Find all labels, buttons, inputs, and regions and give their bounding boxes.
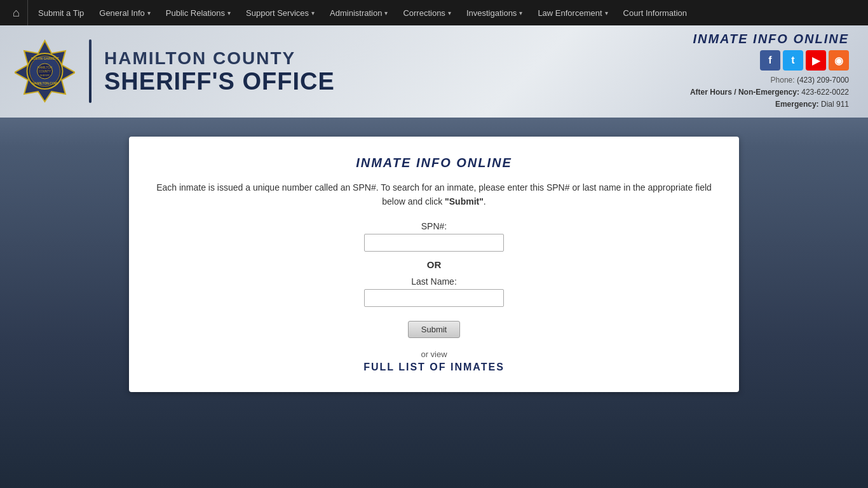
twitter-icon[interactable]: t xyxy=(783,50,803,71)
after-hours-line: After Hours / Non-Emergency: 423-622-002… xyxy=(690,86,849,98)
or-view-text: or view xyxy=(154,349,714,359)
svg-text:HAMILTON: HAMILTON xyxy=(37,66,52,69)
inmate-search-card: Inmate Info Online Each inmate is issued… xyxy=(129,137,739,393)
nav-court-information[interactable]: Court Information xyxy=(616,0,695,25)
or-divider: OR xyxy=(154,259,714,270)
chevron-down-icon: ▾ xyxy=(605,10,608,17)
chevron-down-icon: ▾ xyxy=(311,10,315,17)
rss-icon[interactable]: ◉ xyxy=(829,50,849,71)
svg-text:SHERIFF: SHERIFF xyxy=(40,74,50,77)
contact-info: Phone: (423) 209-7000 After Hours / Non-… xyxy=(690,74,849,111)
last-name-input[interactable] xyxy=(364,289,504,307)
nav-public-relations[interactable]: Public Relations ▾ xyxy=(158,0,238,25)
spn-input[interactable] xyxy=(364,234,504,252)
chevron-down-icon: ▾ xyxy=(384,10,388,17)
nav-investigations[interactable]: Investigations ▾ xyxy=(459,0,531,25)
nav-administration[interactable]: Administration ▾ xyxy=(322,0,395,25)
home-button[interactable]: ⌂ xyxy=(5,0,28,25)
card-title: Inmate Info Online xyxy=(154,156,714,170)
last-name-field-group: Last Name: xyxy=(154,276,714,307)
phone-line: Phone: (423) 209-7000 xyxy=(690,74,849,86)
header-branding: AUSTIN GARRETT HAMILTON COUNTY SHERIFF H… xyxy=(13,38,335,105)
emergency-value: Dial 911 xyxy=(821,100,849,109)
description-text-after: . xyxy=(484,196,486,207)
spn-field-group: SPN#: xyxy=(154,221,714,252)
office-title: Hamilton County Sheriff's Office xyxy=(104,48,335,95)
card-description: Each inmate is issued a unique number ca… xyxy=(154,180,714,209)
header-inmate-info-title: Inmate Info Online xyxy=(693,32,849,46)
phone-label: Phone: xyxy=(771,76,795,85)
header-right-panel: Inmate Info Online f t ▶ ◉ Phone: (423) … xyxy=(690,32,849,111)
phone-number: (423) 209-7000 xyxy=(797,76,849,85)
submit-button[interactable]: Submit xyxy=(408,321,460,338)
chevron-down-icon: ▾ xyxy=(519,10,522,17)
nav-law-enforcement[interactable]: Law Enforcement ▾ xyxy=(530,0,615,25)
description-text-before: Each inmate is issued a unique number ca… xyxy=(156,182,712,207)
youtube-icon[interactable]: ▶ xyxy=(806,50,826,71)
chevron-down-icon: ▾ xyxy=(227,10,231,17)
header-divider xyxy=(89,39,92,103)
nav-general-info[interactable]: General Info ▾ xyxy=(92,0,158,25)
sheriff-badge: AUSTIN GARRETT HAMILTON COUNTY SHERIFF H… xyxy=(13,38,76,105)
emergency-line: Emergency: Dial 911 xyxy=(690,98,849,111)
facebook-icon[interactable]: f xyxy=(760,50,780,71)
after-hours-number: 423-622-0022 xyxy=(801,88,849,97)
main-nav: ⌂ Submit a Tip General Info ▾ Public Rel… xyxy=(0,0,868,25)
office-title-line2: Sheriff's Office xyxy=(104,69,335,95)
office-title-line1: Hamilton County xyxy=(104,48,335,69)
nav-support-services[interactable]: Support Services ▾ xyxy=(238,0,322,25)
social-icons-group: f t ▶ ◉ xyxy=(760,50,849,71)
svg-text:AUSTIN GARRETT: AUSTIN GARRETT xyxy=(31,57,58,60)
chevron-down-icon: ▾ xyxy=(147,10,151,17)
chevron-down-icon: ▾ xyxy=(448,10,451,17)
after-hours-label: After Hours / Non-Emergency: xyxy=(690,88,799,97)
svg-text:HAMILTON.COM: HAMILTON.COM xyxy=(32,81,57,85)
description-text-bold: "Submit" xyxy=(445,196,484,207)
full-list-link[interactable]: Full List of Inmates xyxy=(154,362,714,373)
home-icon: ⌂ xyxy=(13,6,20,20)
site-header: AUSTIN GARRETT HAMILTON COUNTY SHERIFF H… xyxy=(0,25,868,118)
main-content: Inmate Info Online Each inmate is issued… xyxy=(0,118,868,412)
nav-submit-tip[interactable]: Submit a Tip xyxy=(31,0,92,25)
spn-label: SPN#: xyxy=(154,221,714,231)
nav-corrections[interactable]: Corrections ▾ xyxy=(395,0,458,25)
last-name-label: Last Name: xyxy=(154,276,714,287)
svg-text:COUNTY: COUNTY xyxy=(39,70,51,73)
emergency-label: Emergency: xyxy=(775,100,819,109)
